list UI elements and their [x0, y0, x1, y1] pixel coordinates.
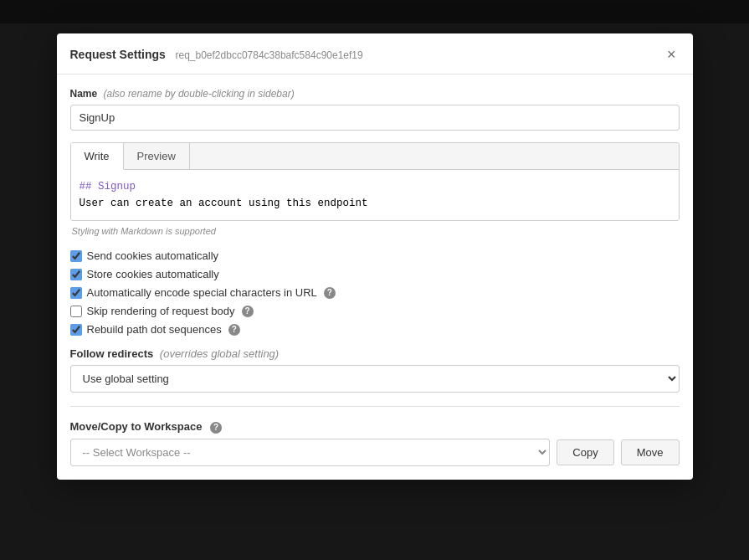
- store-cookies-label: Store cookies automatically: [87, 268, 219, 280]
- encode-special-help-icon[interactable]: ?: [324, 287, 336, 299]
- workspace-help-icon[interactable]: ?: [210, 422, 222, 434]
- encode-special-label: Automatically encode special characters …: [87, 286, 317, 299]
- workspace-row: -- Select Workspace -- Copy Move: [70, 439, 680, 466]
- editor-heading: ## Signup: [80, 181, 136, 193]
- skip-rendering-help-icon[interactable]: ?: [242, 306, 254, 317]
- modal-title-group: Request Settings req_b0ef2dbcc0784c38baf…: [70, 48, 363, 61]
- send-cookies-checkbox[interactable]: [70, 250, 82, 262]
- modal-overlay: Request Settings req_b0ef2dbcc0784c38baf…: [0, 0, 749, 560]
- rebuild-path-label: Rebuild path dot sequences: [87, 323, 222, 336]
- move-button[interactable]: Move: [621, 439, 680, 465]
- editor-line1: ## Signup: [80, 178, 670, 195]
- modal-request-id: req_b0ef2dbcc0784c38bafc584c90e1ef19: [175, 49, 362, 61]
- follow-redirects-hint: (overrides global setting): [160, 347, 279, 360]
- follow-redirects-label: Follow redirects (overrides global setti…: [70, 347, 680, 360]
- checkbox-row-send-cookies: Send cookies automatically: [70, 249, 680, 262]
- name-label-text: Name: [70, 88, 98, 100]
- checkbox-row-store-cookies: Store cookies automatically: [70, 268, 680, 280]
- workspace-select[interactable]: -- Select Workspace --: [70, 439, 551, 466]
- copy-button[interactable]: Copy: [557, 439, 613, 465]
- rebuild-path-checkbox[interactable]: [70, 324, 82, 336]
- checkbox-row-encode-special: Automatically encode special characters …: [70, 286, 680, 299]
- checkbox-row-skip-rendering: Skip rendering of request body ?: [70, 305, 680, 317]
- tab-preview[interactable]: Preview: [124, 143, 190, 169]
- tab-write[interactable]: Write: [71, 143, 124, 170]
- section-divider: [70, 406, 680, 407]
- description-tabs: Write Preview ## Signup User can create …: [70, 142, 680, 221]
- name-label-hint: (also rename by double-clicking in sideb…: [104, 88, 295, 100]
- name-field-label: Name (also rename by double-clicking in …: [70, 88, 680, 100]
- markdown-hint: Styling with Markdown is supported: [70, 221, 680, 238]
- name-input[interactable]: [70, 105, 680, 131]
- editor-content: ## Signup User can create an account usi…: [80, 178, 670, 212]
- tab-write-content: ## Signup User can create an account usi…: [71, 170, 679, 220]
- rebuild-path-help-icon[interactable]: ?: [228, 324, 240, 336]
- request-settings-modal: Request Settings req_b0ef2dbcc0784c38baf…: [57, 33, 693, 480]
- send-cookies-label: Send cookies automatically: [87, 249, 219, 262]
- encode-special-checkbox[interactable]: [70, 287, 82, 299]
- follow-redirects-select[interactable]: Use global setting Follow Don't follow: [70, 365, 680, 393]
- modal-body: Name (also rename by double-clicking in …: [57, 74, 693, 480]
- checkboxes-section: Send cookies automatically Store cookies…: [70, 249, 680, 336]
- modal-header: Request Settings req_b0ef2dbcc0784c38baf…: [57, 33, 693, 74]
- store-cookies-checkbox[interactable]: [70, 269, 82, 280]
- skip-rendering-label: Skip rendering of request body: [87, 305, 235, 317]
- workspace-label-text: Move/Copy to Workspace: [70, 420, 203, 433]
- modal-close-button[interactable]: ×: [664, 45, 680, 64]
- follow-redirects-text: Follow redirects: [70, 347, 154, 360]
- checkbox-row-rebuild-path: Rebuild path dot sequences ?: [70, 323, 680, 336]
- modal-title: Request Settings: [70, 48, 166, 61]
- workspace-label: Move/Copy to Workspace ?: [70, 420, 680, 434]
- skip-rendering-checkbox[interactable]: [70, 306, 82, 317]
- tab-header: Write Preview: [71, 143, 679, 170]
- editor-line2: User can create an account using this en…: [80, 195, 670, 212]
